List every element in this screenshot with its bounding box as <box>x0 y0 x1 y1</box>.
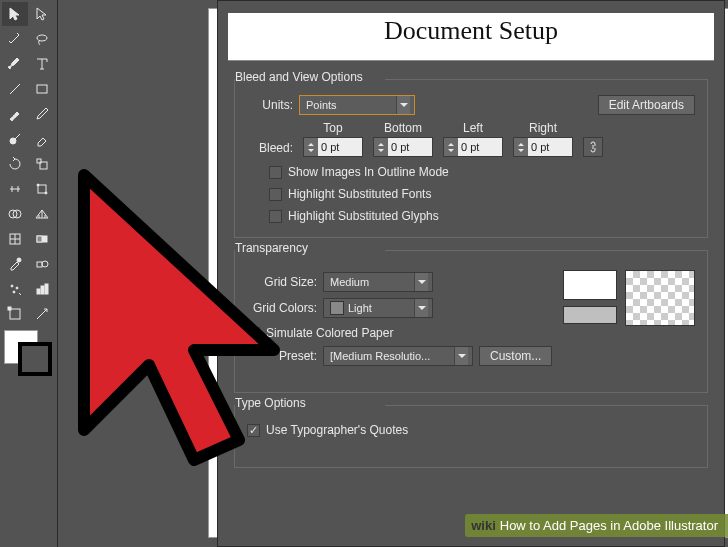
grid-size-dropdown[interactable]: Medium <box>323 272 433 292</box>
highlight-fonts-label: Highlight Substituted Fonts <box>288 187 431 201</box>
svg-point-16 <box>42 261 48 267</box>
bleed-view-group: Bleed and View Options Units: Points Edi… <box>234 79 708 238</box>
svg-point-17 <box>11 285 13 287</box>
highlight-glyphs-label: Highlight Substituted Glyphs <box>288 209 439 223</box>
tool-pencil[interactable] <box>29 102 55 126</box>
transparency-swatches <box>563 270 617 326</box>
tool-symbol-sprayer[interactable] <box>2 277 28 301</box>
tool-blend[interactable] <box>29 252 55 276</box>
svg-rect-24 <box>8 307 11 310</box>
color-chip-icon <box>330 301 344 315</box>
tool-pen[interactable] <box>2 52 28 76</box>
swatch-white[interactable] <box>563 270 617 300</box>
highlight-fonts-checkbox[interactable] <box>269 188 282 201</box>
bleed-top-label: Top <box>323 121 342 135</box>
units-value: Points <box>306 99 337 111</box>
bleed-left-label: Left <box>463 121 483 135</box>
bleed-right-value[interactable] <box>528 138 572 156</box>
units-label: Units: <box>247 98 293 112</box>
tool-perspective[interactable] <box>29 202 55 226</box>
tool-magic-wand[interactable] <box>2 27 28 51</box>
tool-slice[interactable] <box>29 302 55 326</box>
units-dropdown[interactable]: Points <box>299 95 415 115</box>
svg-point-7 <box>37 184 39 186</box>
preset-dropdown[interactable]: [Medium Resolutio... <box>323 346 473 366</box>
watermark-brand: wiki <box>471 518 496 533</box>
group-title-transparency: Transparency <box>235 241 314 255</box>
tool-lasso[interactable] <box>29 27 55 51</box>
grid-size-label: Grid Size: <box>247 275 317 289</box>
tool-shape-builder[interactable] <box>2 202 28 226</box>
tool-type[interactable] <box>29 52 55 76</box>
tool-gradient[interactable] <box>29 227 55 251</box>
bleed-top-input[interactable] <box>303 137 363 157</box>
preset-value: [Medium Resolutio... <box>330 350 430 362</box>
bleed-link-button[interactable] <box>583 137 603 157</box>
typographers-quotes-label: Use Typographer's Quotes <box>266 423 408 437</box>
svg-rect-13 <box>37 236 42 242</box>
bleed-left-input[interactable] <box>443 137 503 157</box>
svg-point-18 <box>16 287 18 289</box>
svg-line-1 <box>10 84 20 94</box>
show-images-label: Show Images In Outline Mode <box>288 165 449 179</box>
tool-artboard[interactable] <box>2 302 28 326</box>
swatch-gray[interactable] <box>563 306 617 324</box>
grid-size-value: Medium <box>330 276 369 288</box>
document-setup-dialog: Document Setup Bleed and View Options Un… <box>217 0 725 547</box>
chevron-down-icon <box>414 273 428 291</box>
show-images-checkbox[interactable] <box>269 166 282 179</box>
chevron-down-icon <box>454 347 468 365</box>
tool-free-transform[interactable] <box>29 177 55 201</box>
simulate-paper-label: Simulate Colored Paper <box>266 326 393 340</box>
bleed-right-input[interactable] <box>513 137 573 157</box>
group-title-bleed: Bleed and View Options <box>235 70 369 84</box>
tool-mesh[interactable] <box>2 227 28 251</box>
watermark-text: How to Add Pages in Adobe Illustrator <box>500 518 718 533</box>
edit-artboards-button[interactable]: Edit Artboards <box>598 95 695 115</box>
svg-point-14 <box>17 258 21 262</box>
transparency-group: Transparency Grid Size: Medium Grid Colo… <box>234 250 708 393</box>
tool-graph[interactable] <box>29 277 55 301</box>
bleed-label: Bleed: <box>247 141 293 157</box>
svg-rect-15 <box>37 262 42 267</box>
svg-point-8 <box>45 192 47 194</box>
grid-colors-label: Grid Colors: <box>247 301 317 315</box>
tool-scale[interactable] <box>29 152 55 176</box>
tool-selection[interactable] <box>2 2 28 26</box>
svg-point-19 <box>13 291 15 293</box>
tool-rotate[interactable] <box>2 152 28 176</box>
watermark: wiki How to Add Pages in Adobe Illustrat… <box>465 514 728 537</box>
transparency-grid-preview <box>625 270 695 326</box>
chevron-down-icon <box>414 299 428 317</box>
svg-point-0 <box>37 35 47 41</box>
custom-button[interactable]: Custom... <box>479 346 552 366</box>
tools-panel <box>0 0 58 547</box>
tool-eraser[interactable] <box>29 127 55 151</box>
tool-eyedropper[interactable] <box>2 252 28 276</box>
grid-colors-dropdown[interactable]: Light <box>323 298 433 318</box>
bleed-left-value[interactable] <box>458 138 502 156</box>
tool-blob-brush[interactable] <box>2 127 28 151</box>
bleed-right-label: Right <box>529 121 557 135</box>
tool-direct-selection[interactable] <box>29 2 55 26</box>
chevron-down-icon <box>396 96 410 114</box>
svg-rect-2 <box>37 85 47 93</box>
type-options-group: Type Options Use Typographer's Quotes <box>234 405 708 468</box>
tool-line[interactable] <box>2 77 28 101</box>
tool-paintbrush[interactable] <box>2 102 28 126</box>
fill-stroke-swatches[interactable] <box>2 330 55 380</box>
bleed-bottom-input[interactable] <box>373 137 433 157</box>
highlight-glyphs-checkbox[interactable] <box>269 210 282 223</box>
stroke-swatch[interactable] <box>18 342 52 376</box>
bleed-bottom-label: Bottom <box>384 121 422 135</box>
svg-rect-6 <box>38 185 46 193</box>
bleed-top-value[interactable] <box>318 138 362 156</box>
bleed-bottom-value[interactable] <box>388 138 432 156</box>
simulate-paper-checkbox[interactable] <box>247 327 260 340</box>
typographers-quotes-checkbox[interactable] <box>247 424 260 437</box>
tool-rectangle[interactable] <box>29 77 55 101</box>
dialog-title: Document Setup <box>228 13 714 61</box>
grid-colors-value: Light <box>348 302 372 314</box>
preset-label: Preset: <box>247 349 317 363</box>
tool-width[interactable] <box>2 177 28 201</box>
